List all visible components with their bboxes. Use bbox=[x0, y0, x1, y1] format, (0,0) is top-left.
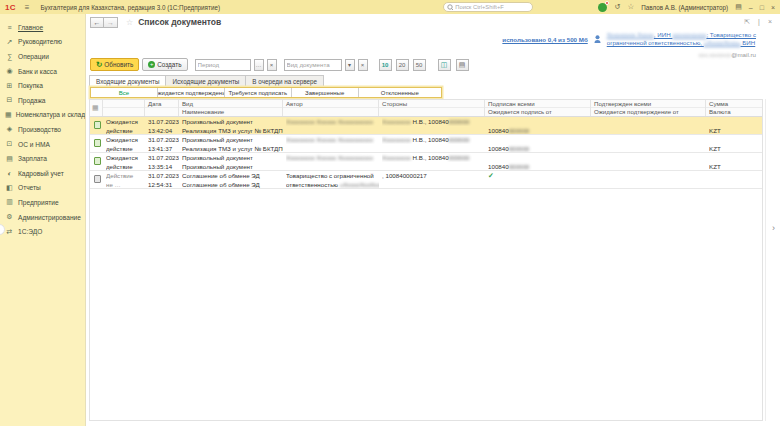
confirmed-cell bbox=[591, 171, 706, 188]
discussions-icon[interactable] bbox=[598, 3, 607, 12]
header-author[interactable]: Автор bbox=[283, 100, 379, 116]
parties-cell: , 100840000217 bbox=[379, 171, 485, 188]
search-icon bbox=[447, 4, 453, 11]
history-icon[interactable]: ↺ bbox=[614, 0, 620, 14]
sidebar-item-main[interactable]: ≡ Главное bbox=[0, 20, 85, 35]
enterprise-building-icon: ▥ bbox=[5, 198, 14, 207]
sidebar-item-administration[interactable]: ⚙ Администрирование bbox=[0, 210, 85, 225]
app-maximize-button[interactable]: □ bbox=[760, 4, 764, 11]
org-line-2: ограниченной ответственностью, «ХххххХхх… bbox=[607, 39, 756, 47]
detach-window-icon[interactable]: ⇱ bbox=[744, 18, 750, 26]
filter-needs-signing[interactable]: Требуется подписать bbox=[225, 88, 292, 97]
page-size-20-button[interactable]: 20 bbox=[396, 59, 409, 71]
create-button[interactable]: + Создать bbox=[142, 58, 187, 71]
tab-server-queue[interactable]: В очереди на сервере bbox=[246, 75, 324, 87]
inventory-grid-icon: ▦ bbox=[5, 110, 12, 119]
sidebar-item-fixed-assets[interactable]: ⊡ ОС и НМА bbox=[0, 137, 85, 152]
back-button[interactable]: ← bbox=[90, 17, 104, 28]
kind-name-cell: Произвольный документПроизвольный докуме… bbox=[179, 153, 283, 170]
app-close-button[interactable]: × bbox=[771, 4, 775, 11]
header-sum[interactable]: СуммаВалюта bbox=[706, 100, 763, 116]
favorites-star-icon[interactable]: ☆ bbox=[628, 0, 635, 14]
sidebar-item-bank-cash[interactable]: ◉ Банк и касса bbox=[0, 64, 85, 79]
sidebar-item-production[interactable]: ◈ Производство bbox=[0, 122, 85, 137]
sidebar-item-sales[interactable]: ⊟ Продажа bbox=[0, 93, 85, 108]
sidebar-item-enterprise[interactable]: ▥ Предприятие bbox=[0, 195, 85, 210]
organization-link[interactable]: Ххххххххх Ххххх, ИИН ххххххххххх; Товари… bbox=[607, 31, 756, 47]
header-kind-name[interactable]: ВидНаименование bbox=[179, 100, 283, 116]
salary-icon: ▤ bbox=[5, 154, 14, 163]
favorite-star-icon[interactable]: ☆ bbox=[126, 18, 133, 27]
status-cell: Ожидаетсядействие bbox=[103, 153, 145, 170]
pin-icon[interactable]: | bbox=[758, 18, 760, 26]
header-parties[interactable]: Стороны bbox=[379, 100, 485, 116]
table-row[interactable]: Действиене … 31.07.202312:54:31 Соглашен… bbox=[90, 171, 762, 189]
gear-icon: ⚙ bbox=[5, 213, 14, 222]
tab-incoming-documents[interactable]: Входящие документы bbox=[89, 75, 166, 87]
global-search[interactable] bbox=[443, 2, 533, 12]
manager-chart-icon: ↗ bbox=[5, 37, 14, 46]
app-minimize-button[interactable]: – bbox=[749, 4, 753, 11]
quota-link[interactable]: использовано 0,4 из 500 Мб bbox=[502, 36, 587, 43]
filter-rejected[interactable]: Отклоненные bbox=[359, 88, 441, 97]
kind-name-cell: Соглашение об обмене ЭДСоглашение об обм… bbox=[179, 171, 283, 188]
header-status[interactable] bbox=[103, 100, 145, 116]
sidebar-item-operations[interactable]: ∑ Операции bbox=[0, 49, 85, 64]
doctype-dropdown-button[interactable]: ▾ bbox=[345, 59, 355, 71]
column-chooser-cell[interactable]: ▦ bbox=[90, 100, 103, 116]
header-confirmed[interactable]: Подтвержден всемиОжидается подтверждение… bbox=[591, 100, 706, 116]
header-date[interactable]: Дата bbox=[145, 100, 179, 116]
period-choose-button[interactable]: … bbox=[254, 59, 264, 71]
confirmed-cell bbox=[591, 135, 706, 152]
nav-buttons: ← → bbox=[90, 17, 118, 28]
sidebar-item-edo[interactable]: ⇄ 1С:ЭДО bbox=[0, 224, 85, 239]
row-icon-cell bbox=[90, 117, 103, 134]
signed-check-icon: ✓ bbox=[488, 172, 494, 179]
sidebar-item-purchase[interactable]: ⊞ Покупка bbox=[0, 78, 85, 93]
form-close-icon[interactable]: × bbox=[768, 18, 772, 26]
period-clear-button[interactable]: × bbox=[267, 59, 277, 71]
list-settings-button[interactable]: ▤ bbox=[456, 59, 469, 71]
document-type-input[interactable] bbox=[284, 59, 342, 71]
page-size-10-button[interactable]: 10 bbox=[379, 59, 392, 71]
header-signed[interactable]: Подписан всемиОжидается подпись от bbox=[485, 100, 591, 116]
panels-icon[interactable]: ▤ bbox=[735, 3, 742, 11]
sidebar-item-hr[interactable]: ◐ Кадровый учет bbox=[0, 166, 85, 181]
right-panel-expander[interactable]: › bbox=[768, 217, 779, 239]
filter-awaiting-confirmation[interactable]: Ожидается подтверждение bbox=[158, 88, 225, 97]
account-info: использовано 0,4 из 500 Мб Ххххххххх Ххх… bbox=[502, 31, 756, 47]
author-cell: Ххххххххх Хххххх Ххххххххххх bbox=[283, 153, 379, 170]
forward-button[interactable]: → bbox=[104, 17, 118, 28]
confirmed-cell bbox=[591, 153, 706, 170]
page-size-50-button[interactable]: 50 bbox=[413, 59, 426, 71]
kind-name-cell: Произвольный документРеализация ТМЗ и ус… bbox=[179, 135, 283, 152]
documents-table: ▦ Дата ВидНаименование Автор Стороны Под… bbox=[89, 99, 763, 421]
sum-cell: KZT bbox=[706, 135, 763, 152]
table-row[interactable]: Ожидаетсядействие 31.07.202313:41:37 Про… bbox=[90, 135, 762, 153]
doctype-clear-button[interactable]: × bbox=[358, 59, 368, 71]
edo-document-icon bbox=[94, 121, 101, 129]
right-panel-divider bbox=[765, 99, 766, 421]
table-row[interactable]: Ожидаетсядействие 31.07.202313:42:04 Про… bbox=[90, 117, 762, 135]
list-view-button[interactable]: ◫ bbox=[438, 59, 451, 71]
parties-cell: Ххххххххх Н.В., 100840000000 bbox=[379, 135, 485, 152]
fixed-assets-icon: ⊡ bbox=[5, 140, 14, 149]
current-user[interactable]: Павлов А.В. (Администратор) bbox=[641, 4, 728, 11]
sidebar-item-manager[interactable]: ↗ Руководителю bbox=[0, 35, 85, 50]
author-cell: Ххххххххх Хххххх Ххххххххххх bbox=[283, 135, 379, 152]
filter-all[interactable]: Все bbox=[91, 88, 158, 97]
org-line-1: Ххххххххх Ххххх, ИИН ххххххххххх; Товари… bbox=[607, 31, 756, 39]
period-input[interactable] bbox=[195, 59, 251, 71]
operations-icon: ∑ bbox=[5, 52, 14, 61]
table-row[interactable]: Ожидаетсядействие 31.07.202313:35:14 Про… bbox=[90, 153, 762, 171]
sidebar-item-inventory[interactable]: ▦ Номенклатура и склад bbox=[0, 108, 85, 123]
parties-cell: Ххххххххх Н.В., 100840000000 bbox=[379, 117, 485, 134]
search-input[interactable] bbox=[455, 4, 529, 10]
sidebar-item-salary[interactable]: ▤ Зарплата bbox=[0, 151, 85, 166]
refresh-button[interactable]: ↻ Обновить bbox=[90, 58, 139, 71]
sidebar-item-reports[interactable]: ◧ Отчеты bbox=[0, 181, 85, 196]
filter-completed[interactable]: Завершенные bbox=[292, 88, 359, 97]
tab-outgoing-documents[interactable]: Исходящие документы bbox=[166, 75, 246, 87]
1c-logo: 1С bbox=[5, 3, 16, 12]
main-menu-icon[interactable]: ≡ bbox=[25, 3, 30, 12]
